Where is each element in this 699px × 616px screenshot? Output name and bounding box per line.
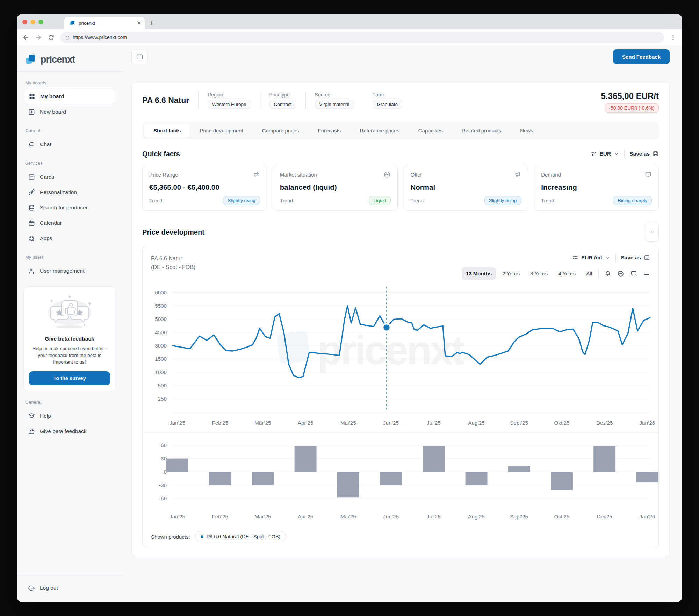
tab-compare-prices[interactable]: Compare prices <box>253 123 309 138</box>
database-icon <box>28 204 35 212</box>
maximize-window-button[interactable] <box>38 20 43 24</box>
currency-selector[interactable]: EUR <box>591 151 620 157</box>
svg-text:Jul’25: Jul’25 <box>427 514 441 520</box>
sidebar-item-label: Personalization <box>40 189 77 195</box>
divider <box>260 92 260 109</box>
shown-product-name: PA 6.6 Natural (DE - Spot - FOB) <box>207 534 281 539</box>
svg-text:-30: -30 <box>159 482 167 488</box>
tab-title: pricenxt <box>79 21 134 26</box>
svg-text:Jan’25: Jan’25 <box>170 420 185 426</box>
sidebar-toggle-button[interactable] <box>131 49 147 64</box>
price-change-bar-chart[interactable]: 60300-30-60Jan’25Feb’25Mar’25Apr’25Mai’2… <box>143 433 658 525</box>
comment-icon[interactable] <box>630 270 637 277</box>
close-window-button[interactable] <box>22 20 27 24</box>
tab-price-development[interactable]: Price development <box>190 123 252 138</box>
sidebar-item-give-beta-feedback[interactable]: Give beta feedback <box>24 424 115 439</box>
svg-text:6000: 6000 <box>155 289 167 295</box>
beta-card-title: Give beta feedback <box>29 336 110 342</box>
megaphone-icon <box>514 171 521 178</box>
forward-icon[interactable] <box>35 34 42 41</box>
send-feedback-button[interactable]: Send Feedback <box>613 49 670 64</box>
chart-product-detail: (DE - Spot - FOB) <box>151 263 195 272</box>
card-value: balanced (liquid) <box>280 183 391 192</box>
sidebar-item-user-management[interactable]: User management <box>24 263 115 279</box>
browser-menu-icon[interactable] <box>670 34 677 41</box>
svg-text:Mai’25: Mai’25 <box>340 514 356 520</box>
sidebar-item-chat[interactable]: Chat <box>24 137 115 152</box>
browser-tab[interactable]: pricenxt ✕ <box>64 17 145 29</box>
bell-icon[interactable] <box>604 270 611 277</box>
save-as-button[interactable]: Save as <box>629 151 659 157</box>
range-4-years[interactable]: 4 Years <box>554 267 580 280</box>
svg-text:Jan’26: Jan’26 <box>639 420 655 426</box>
section-label-services: Services <box>25 160 114 166</box>
svg-text:60: 60 <box>161 442 167 448</box>
range-2-years[interactable]: 2 Years <box>498 267 524 280</box>
card-title: Offer <box>411 172 422 178</box>
tab-close-icon[interactable]: ✕ <box>137 20 141 26</box>
help-icon <box>28 412 35 420</box>
svg-text:5500: 5500 <box>155 303 167 309</box>
chevron-down-icon <box>614 151 619 157</box>
svg-text:Jun’25: Jun’25 <box>383 420 399 426</box>
svg-text:4500: 4500 <box>155 329 167 335</box>
sidebar-item-log-out[interactable]: Log out <box>24 580 115 596</box>
sidebar-item-apps[interactable]: Apps <box>24 231 115 246</box>
tab-related-products[interactable]: Related products <box>452 123 511 138</box>
meta-value-chip: Contract <box>269 100 296 109</box>
meta-label: Form <box>373 92 402 98</box>
reload-icon[interactable] <box>48 34 55 41</box>
sidebar: pricenxt My boards My board New board Cu… <box>17 45 122 602</box>
svg-text:Jun’25: Jun’25 <box>383 514 399 520</box>
sidebar-item-search-for-producer[interactable]: Search for producer <box>24 200 115 215</box>
range-all[interactable]: All <box>582 267 596 280</box>
price-range-card: Price Range €5,365.00 - €5,400.00 Trend:… <box>142 165 267 211</box>
lock-icon <box>65 35 70 40</box>
sidebar-item-my-board[interactable]: My board <box>24 89 115 104</box>
demand-card: Demand Increasing Trend: Rising sharply <box>534 165 659 211</box>
svg-text:Jul’25: Jul’25 <box>427 420 441 426</box>
svg-text:500: 500 <box>158 382 167 388</box>
back-icon[interactable] <box>22 34 29 41</box>
price-line-chart[interactable]: 6000550050004500300015001000500250Jan’25… <box>143 282 658 432</box>
browser-toolbar: https://www.pricenxt.com <box>17 29 682 45</box>
tab-short-facts[interactable]: Short facts <box>144 123 190 138</box>
activity-icon[interactable] <box>617 270 624 277</box>
svg-text:Jan’25: Jan’25 <box>170 514 185 520</box>
tab-capacities[interactable]: Capacities <box>409 123 452 138</box>
svg-text:-60: -60 <box>159 495 167 501</box>
chart-currency-selector[interactable]: EUR /mt <box>572 255 611 261</box>
menu-icon[interactable] <box>643 270 650 277</box>
sidebar-item-cards[interactable]: Cards <box>24 169 115 185</box>
more-options-button[interactable] <box>645 223 659 242</box>
range-3-years[interactable]: 3 Years <box>526 267 552 280</box>
meta-value-chip: Granulate <box>373 100 402 109</box>
svg-text:Aug’25: Aug’25 <box>468 420 484 426</box>
sidebar-item-new-board[interactable]: New board <box>24 104 115 120</box>
sidebar-item-personalization[interactable]: Personalization <box>24 185 115 200</box>
chart-product-label: PA 6.6 Natur (DE - Spot - FOB) <box>151 253 195 272</box>
tab-reference-prices[interactable]: Reference prices <box>350 123 409 138</box>
price-chart-card: PA 6.6 Natur (DE - Spot - FOB) EUR /mt <box>142 246 659 548</box>
section-label-current: Current <box>25 128 114 133</box>
new-tab-button[interactable]: + <box>150 19 154 27</box>
app-logo[interactable]: pricenxt <box>24 51 115 71</box>
divider <box>363 92 363 109</box>
sidebar-item-calendar[interactable]: Calendar <box>24 215 115 231</box>
sidebar-item-help[interactable]: Help <box>24 408 115 424</box>
meta-region: Region Western Europe <box>208 92 251 109</box>
shown-product-chip[interactable]: PA 6.6 Natural (DE - Spot - FOB) <box>195 531 286 542</box>
chart-save-as-button[interactable]: Save as <box>621 255 650 261</box>
card-value: Increasing <box>541 183 652 192</box>
thumbs-up-icon <box>28 428 35 435</box>
tab-news[interactable]: News <box>511 123 543 138</box>
pricenxt-wordmark: pricenxt <box>41 54 75 65</box>
range-13-months[interactable]: 13 Months <box>462 267 496 280</box>
minimize-window-button[interactable] <box>30 20 35 24</box>
survey-button[interactable]: To the survey <box>29 371 110 385</box>
svg-text:Dez’25: Dez’25 <box>596 420 613 426</box>
page-title: PA 6.6 Natur <box>142 96 189 105</box>
url-bar[interactable]: https://www.pricenxt.com <box>60 32 664 43</box>
svg-text:250: 250 <box>158 396 167 402</box>
tab-forecasts[interactable]: Forecasts <box>308 123 350 138</box>
